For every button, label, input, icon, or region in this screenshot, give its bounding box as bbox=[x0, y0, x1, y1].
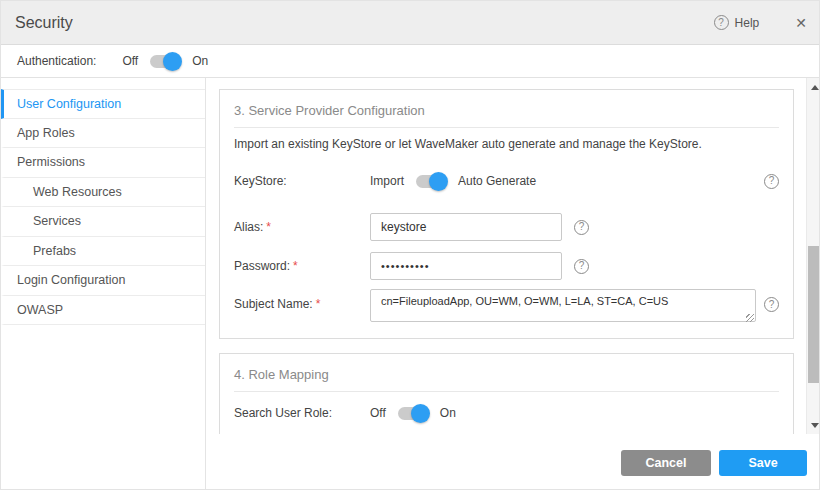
sidebar-item-prefabs[interactable]: Prefabs bbox=[1, 237, 205, 267]
footer-actions: Cancel Save bbox=[206, 434, 820, 490]
keystore-auto-generate-label: Auto Generate bbox=[458, 174, 536, 188]
search-user-role-on-label: On bbox=[440, 406, 456, 420]
sidebar-item-permissions[interactable]: Permissions bbox=[1, 148, 205, 178]
required-marker: * bbox=[266, 220, 271, 234]
alias-label: Alias:* bbox=[234, 220, 370, 234]
section-title: 4. Role Mapping bbox=[234, 367, 779, 382]
authentication-toggle[interactable] bbox=[150, 55, 180, 68]
search-user-role-toggle[interactable] bbox=[398, 407, 428, 420]
sidebar-item-login-configuration[interactable]: Login Configuration bbox=[1, 266, 205, 296]
authentication-off-label: Off bbox=[122, 54, 138, 68]
help-icon: ? bbox=[714, 15, 729, 30]
authentication-row: Authentication: Off On bbox=[1, 45, 820, 78]
triangle-down-icon bbox=[811, 423, 819, 428]
sidebar: User Configuration App Roles Permissions… bbox=[1, 78, 206, 490]
password-input[interactable] bbox=[370, 252, 562, 280]
alias-help-icon[interactable]: ? bbox=[574, 220, 589, 235]
keystore-label: KeyStore: bbox=[234, 174, 370, 188]
search-user-role-row: Search User Role: Off On bbox=[234, 406, 779, 420]
password-row: Password:* ? bbox=[234, 252, 779, 280]
role-mapping-section: 4. Role Mapping Search User Role: Off On bbox=[219, 353, 794, 434]
authentication-on-label: On bbox=[192, 54, 208, 68]
toggle-knob bbox=[411, 404, 430, 423]
alias-row: Alias:* ? bbox=[234, 213, 779, 241]
subject-name-textarea[interactable]: cn=FileuploadApp, OU=WM, O=WM, L=LA, ST=… bbox=[370, 289, 756, 322]
sidebar-item-services[interactable]: Services bbox=[1, 207, 205, 237]
toggle-knob bbox=[429, 172, 448, 191]
keystore-toggle-group: Import Auto Generate bbox=[370, 174, 536, 188]
subject-name-label: Subject Name:* bbox=[234, 297, 370, 311]
search-user-role-toggle-group: Off On bbox=[370, 406, 456, 420]
scroll-down-arrow[interactable] bbox=[807, 418, 820, 432]
scrollbar-thumb[interactable] bbox=[808, 246, 820, 383]
alias-input[interactable] bbox=[370, 213, 562, 241]
keystore-import-label: Import bbox=[370, 174, 404, 188]
sidebar-item-user-configuration[interactable]: User Configuration bbox=[1, 89, 205, 119]
sidebar-item-web-resources[interactable]: Web Resources bbox=[1, 178, 205, 208]
help-label: Help bbox=[735, 16, 760, 30]
sidebar-item-app-roles[interactable]: App Roles bbox=[1, 119, 205, 149]
security-dialog: Security ? Help ✕ Authentication: Off On… bbox=[0, 0, 820, 490]
section-divider bbox=[234, 391, 779, 392]
authentication-label: Authentication: bbox=[17, 54, 96, 68]
section-description: Import an existing KeyStore or let WaveM… bbox=[234, 137, 779, 151]
save-button[interactable]: Save bbox=[719, 450, 807, 476]
password-label: Password:* bbox=[234, 259, 370, 273]
cancel-button[interactable]: Cancel bbox=[621, 450, 711, 476]
vertical-scrollbar[interactable] bbox=[806, 78, 820, 434]
scroll-up-arrow[interactable] bbox=[807, 80, 820, 94]
close-icon[interactable]: ✕ bbox=[795, 16, 807, 30]
page-title: Security bbox=[15, 14, 73, 32]
toggle-knob bbox=[163, 52, 182, 71]
main-panel: 3. Service Provider Configuration Import… bbox=[206, 78, 820, 490]
sidebar-item-owasp[interactable]: OWASP bbox=[1, 296, 205, 326]
subject-name-row: Subject Name:* cn=FileuploadApp, OU=WM, … bbox=[234, 289, 779, 326]
required-marker: * bbox=[316, 297, 321, 311]
search-user-role-off-label: Off bbox=[370, 406, 386, 420]
password-help-icon[interactable]: ? bbox=[574, 259, 589, 274]
triangle-up-icon bbox=[811, 85, 819, 90]
keystore-help-icon[interactable]: ? bbox=[764, 174, 779, 189]
subject-name-field-wrap: cn=FileuploadApp, OU=WM, O=WM, L=LA, ST=… bbox=[370, 289, 756, 326]
section-title: 3. Service Provider Configuration bbox=[234, 103, 779, 118]
keystore-toggle[interactable] bbox=[416, 175, 446, 188]
scroll-area: 3. Service Provider Configuration Import… bbox=[206, 78, 806, 434]
required-marker: * bbox=[293, 259, 298, 273]
subject-name-help-icon[interactable]: ? bbox=[764, 297, 779, 312]
service-provider-configuration-section: 3. Service Provider Configuration Import… bbox=[219, 89, 794, 339]
section-divider bbox=[234, 127, 779, 128]
search-user-role-label: Search User Role: bbox=[234, 406, 370, 420]
help-button[interactable]: ? Help bbox=[714, 15, 760, 30]
dialog-header: Security ? Help ✕ bbox=[1, 1, 820, 45]
keystore-row: KeyStore: Import Auto Generate ? bbox=[234, 171, 779, 191]
